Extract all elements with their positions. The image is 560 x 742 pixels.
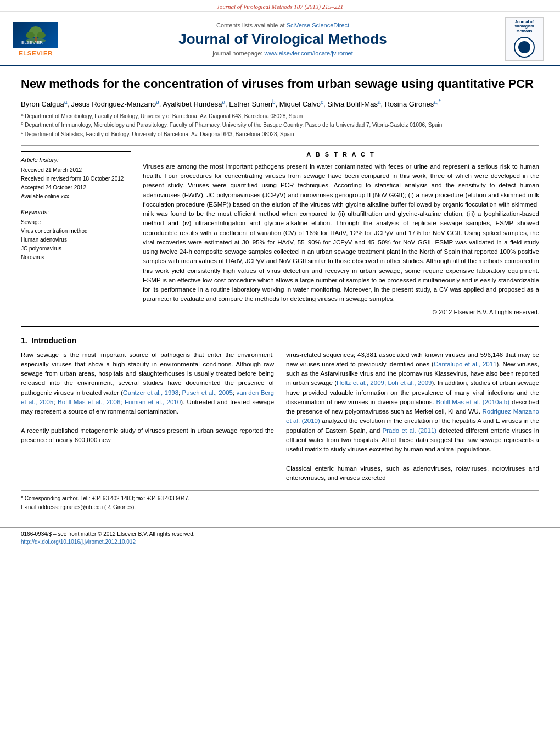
ref-rodriguez[interactable]: Rodriguez-Manzano et al. (2010) bbox=[286, 408, 539, 424]
footnote-section: * Corresponding author. Tel.: +34 93 402… bbox=[21, 490, 539, 512]
keyword-sewage: Sewage bbox=[21, 218, 131, 227]
abstract-heading: A B S T R A C T bbox=[143, 151, 539, 158]
ref-cantalupo[interactable]: Cantalupo et al., 2011 bbox=[434, 361, 497, 367]
thumb-circle bbox=[514, 37, 535, 58]
keyword-vcm: Virus concentration method bbox=[21, 227, 131, 236]
ref-fumian[interactable]: Fumian et al., 2010 bbox=[125, 399, 181, 405]
ref-gantzer[interactable]: Gantzer et al., 1998 bbox=[123, 389, 178, 396]
intro-para-2: A recently published metagenomic study o… bbox=[21, 426, 274, 445]
journal-homepage-line: journal homepage: www.elsevier.com/locat… bbox=[71, 50, 494, 57]
thumb-title: Journal ofVirologicalMethods bbox=[514, 20, 534, 34]
affiliation-a: a Department of Microbiology, Faculty of… bbox=[21, 111, 539, 120]
journal-header: ELSEVIER ELSEVIER Contents lists availab… bbox=[0, 12, 560, 66]
keyword-hadv: Human adenovirus bbox=[21, 236, 131, 244]
keywords-box: Keywords: Sewage Virus concentration met… bbox=[21, 209, 131, 262]
body-two-col: Raw sewage is the most important source … bbox=[21, 350, 539, 483]
author-sup-c: c bbox=[321, 99, 323, 105]
keyword-jcpyv: JC polyomavirus bbox=[21, 244, 131, 253]
article-history-label: Article history: bbox=[21, 157, 131, 163]
elsevier-logo-image: ELSEVIER bbox=[13, 22, 58, 48]
section-number: 1. bbox=[21, 336, 27, 345]
abstract-text: Viruses are among the most important pat… bbox=[143, 162, 539, 304]
copyright-line: © 2012 Elsevier B.V. All rights reserved… bbox=[143, 309, 539, 315]
homepage-prefix: journal homepage: bbox=[212, 50, 264, 57]
elsevier-brand-text: ELSEVIER bbox=[19, 50, 53, 57]
svg-point-3 bbox=[26, 32, 35, 38]
email-note: E-mail address: rgiranes@ub.edu (R. Giro… bbox=[21, 503, 539, 512]
ref-holtz[interactable]: Holtz et al., 2009 bbox=[337, 380, 384, 386]
left-metadata-col: Article history: Received 21 March 2012 … bbox=[21, 151, 131, 321]
divider-1 bbox=[21, 145, 539, 146]
sciverse-text: Contents lists available at bbox=[216, 22, 287, 29]
footer-bar: 0166-0934/$ – see front matter © 2012 El… bbox=[0, 527, 560, 549]
author-sup-b: b bbox=[272, 99, 276, 105]
ref-bofill2006[interactable]: Bofill-Mas et al., 2006 bbox=[58, 399, 120, 405]
author-sup-a4: a bbox=[378, 99, 381, 105]
issn-line: 0166-0934/$ – see front matter © 2012 El… bbox=[21, 531, 195, 537]
journal-thumbnail: Journal ofVirologicalMethods bbox=[505, 17, 544, 61]
thumb-circle-inner bbox=[518, 41, 530, 53]
ref-loh[interactable]: Loh et al., 2009 bbox=[388, 380, 432, 386]
introduction-heading: 1. Introduction bbox=[21, 336, 539, 345]
journal-homepage-link[interactable]: www.elsevier.com/locate/jviromet bbox=[264, 50, 352, 57]
footer-left: 0166-0934/$ – see front matter © 2012 El… bbox=[21, 531, 195, 546]
sciverse-line: Contents lists available at SciVerse Sci… bbox=[71, 22, 494, 29]
svg-text:ELSEVIER: ELSEVIER bbox=[21, 40, 43, 45]
journal-title-header: Journal of Virological Methods bbox=[71, 31, 494, 48]
body-right-col: virus-related sequences; 43,381 associat… bbox=[286, 350, 539, 483]
available-date: Available online xxx bbox=[21, 192, 131, 201]
sciverse-link[interactable]: SciVerse ScienceDirect bbox=[287, 22, 349, 29]
ref-prado[interactable]: Prado et al. (2011) bbox=[383, 427, 437, 434]
body-left-col: Raw sewage is the most important source … bbox=[21, 350, 274, 483]
page: Journal of Virological Methods 187 (2013… bbox=[0, 0, 560, 742]
article-title: New methods for the concentration of vir… bbox=[21, 76, 539, 92]
abstract-section-wrapper: Article history: Received 21 March 2012 … bbox=[21, 151, 539, 321]
divider-2 bbox=[21, 326, 539, 327]
abstract-col: A B S T R A C T Viruses are among the mo… bbox=[143, 151, 539, 321]
main-content: New methods for the concentration of vir… bbox=[0, 66, 560, 522]
authors-line: Byron Calguaa, Jesus Rodriguez-Manzanoa,… bbox=[21, 99, 539, 108]
abstract-section: A B S T R A C T Viruses are among the mo… bbox=[143, 151, 539, 315]
svg-point-4 bbox=[37, 32, 46, 38]
elsevier-tree-icon: ELSEVIER bbox=[19, 25, 52, 45]
author-sup-a5: a,* bbox=[434, 99, 440, 105]
section-title: Introduction bbox=[31, 336, 76, 345]
elsevier-logo-block: ELSEVIER ELSEVIER bbox=[11, 22, 60, 57]
doi-link[interactable]: http://dx.doi.org/10.1016/j.jviromet.201… bbox=[21, 539, 136, 545]
journal-citation-bar: Journal of Virological Methods 187 (2013… bbox=[0, 0, 560, 12]
ref-pusch[interactable]: Pusch et al., 2005 bbox=[182, 389, 233, 396]
intro-para-4: Classical enteric human viruses, such as… bbox=[286, 464, 539, 483]
intro-para-3: virus-related sequences; 43,381 associat… bbox=[286, 350, 539, 455]
accepted-date: Accepted 24 October 2012 bbox=[21, 183, 131, 192]
journal-header-center: Contents lists available at SciVerse Sci… bbox=[60, 22, 505, 57]
article-history-box: Article history: Received 21 March 2012 … bbox=[21, 151, 131, 201]
corresponding-author-note: * Corresponding author. Tel.: +34 93 402… bbox=[21, 494, 539, 503]
author-sup-a2: a bbox=[156, 99, 159, 105]
intro-para-1: Raw sewage is the most important source … bbox=[21, 350, 274, 417]
ref-bofill2010[interactable]: Bofill-Mas et al. (2010a,b) bbox=[436, 399, 510, 405]
author-sup-a3: a bbox=[222, 99, 225, 105]
journal-citation-text: Journal of Virological Methods 187 (2013… bbox=[217, 3, 343, 10]
keywords-label: Keywords: bbox=[21, 209, 131, 215]
author-sup-a: a bbox=[64, 99, 68, 105]
keyword-norovirus: Norovirus bbox=[21, 253, 131, 262]
affiliation-b: b Department of Immunology, Microbiology… bbox=[21, 120, 539, 129]
received-revised-date: Received in revised form 18 October 2012 bbox=[21, 175, 131, 183]
affiliations: a Department of Microbiology, Faculty of… bbox=[21, 111, 539, 138]
received-date: Received 21 March 2012 bbox=[21, 166, 131, 175]
affiliation-c: c Department of Statistics, Faculty of B… bbox=[21, 130, 539, 138]
